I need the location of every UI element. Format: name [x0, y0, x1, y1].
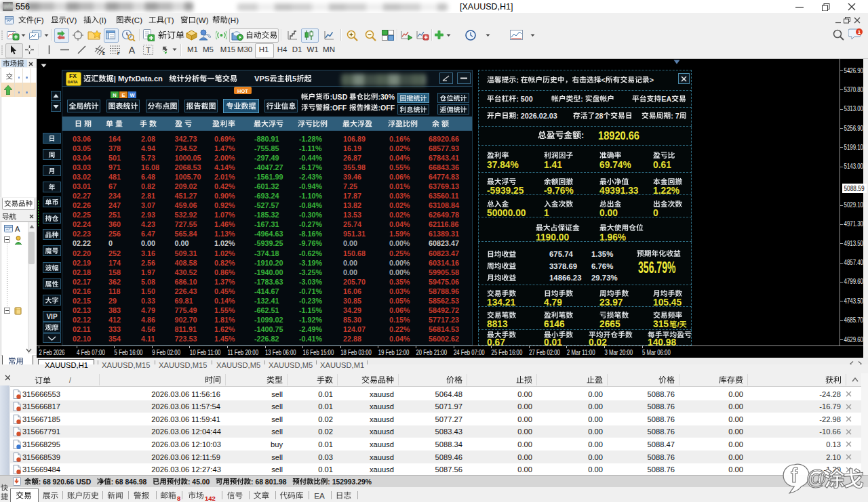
svg-text:F: F	[117, 51, 120, 55]
svg-text:T: T	[146, 46, 151, 54]
svg-text:A: A	[129, 45, 136, 55]
svg-text:E: E	[102, 51, 105, 56]
svg-text:1: 1	[858, 29, 861, 35]
